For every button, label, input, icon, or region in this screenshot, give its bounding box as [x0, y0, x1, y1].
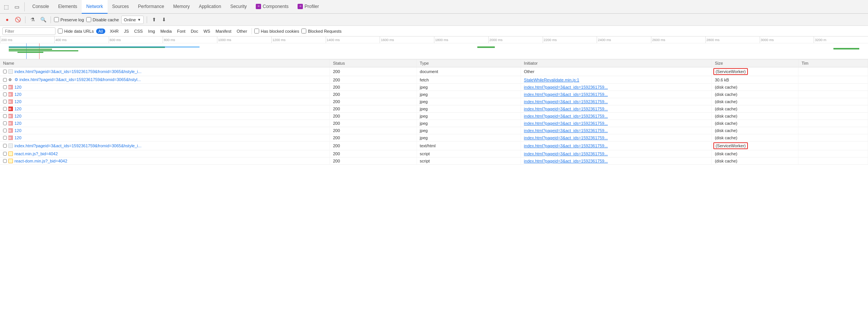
search-icon[interactable]: 🔍: [39, 16, 48, 24]
header-initiator[interactable]: Initiator: [521, 59, 711, 67]
tab-sources[interactable]: Sources: [108, 0, 133, 14]
table-row[interactable]: 🖼120200jpegindex.html?pageid=3&act_ids=1…: [0, 84, 868, 91]
stop-button[interactable]: 🚫: [14, 16, 22, 24]
tab-security[interactable]: Security: [226, 0, 251, 14]
table-row[interactable]: react.min.js?_bid=4042200scriptindex.htm…: [0, 150, 868, 158]
file-name: ⚙ index.html?pageid=3&act_ids=1592361759…: [14, 77, 141, 82]
tab-network[interactable]: Network: [82, 0, 108, 14]
row-checkbox[interactable]: [3, 85, 7, 89]
filter-type-font[interactable]: Font: [175, 29, 188, 34]
table-row[interactable]: index.html?pageid=3&act_ids=1592361759&f…: [0, 67, 868, 76]
blocked-requests-checkbox[interactable]: [301, 29, 306, 33]
initiator-link[interactable]: index.html?pageid=3&act_ids=1592361759..…: [524, 135, 608, 140]
header-type[interactable]: Type: [417, 59, 521, 67]
row-checkbox[interactable]: [3, 107, 7, 111]
table-row[interactable]: 🖼120200jpegindex.html?pageid=3&act_ids=1…: [0, 105, 868, 113]
filter-type-doc[interactable]: Doc: [188, 29, 201, 34]
cell-size: 30.6 kB: [711, 76, 798, 84]
record-button[interactable]: ●: [3, 16, 11, 24]
tab-console[interactable]: Console: [28, 0, 54, 14]
row-checkbox[interactable]: [3, 129, 7, 132]
header-size[interactable]: Size: [711, 59, 798, 67]
initiator-link[interactable]: index.html?pageid=3&act_ids=1592361759..…: [524, 92, 608, 97]
row-checkbox[interactable]: [3, 78, 7, 82]
table-row[interactable]: 🖼120200jpegindex.html?pageid=3&act_ids=1…: [0, 113, 868, 120]
row-checkbox[interactable]: [3, 152, 7, 156]
row-checkbox[interactable]: [3, 100, 7, 104]
initiator-link[interactable]: index.html?pageid=3&act_ids=1592361759..…: [524, 99, 608, 104]
hide-data-urls-label[interactable]: Hide data URLs: [58, 29, 94, 33]
table-row[interactable]: ⚙⚙ index.html?pageid=3&act_ids=159236175…: [0, 76, 868, 84]
table-row[interactable]: index.html?pageid=3&act_ids=1592361759&f…: [0, 142, 868, 150]
header-time[interactable]: Tim: [798, 59, 868, 67]
initiator-link[interactable]: index.html?pageid=3&act_ids=1592361759..…: [524, 159, 608, 163]
initiator-link[interactable]: index.html?pageid=3&act_ids=1592361759..…: [524, 151, 608, 156]
table-row[interactable]: 🖼120200jpegindex.html?pageid=3&act_ids=1…: [0, 91, 868, 98]
device-icon[interactable]: ▭: [12, 2, 21, 11]
initiator-link[interactable]: index.html?pageid=3&act_ids=1592361759..…: [524, 143, 608, 148]
filter-type-other[interactable]: Other: [234, 29, 250, 34]
preserve-log-label[interactable]: Preserve log: [54, 17, 84, 22]
tab-components[interactable]: ⚛Components: [251, 0, 293, 14]
filter-type-ws[interactable]: WS: [201, 29, 212, 34]
row-checkbox[interactable]: [3, 144, 7, 148]
has-blocked-cookies-label[interactable]: Has blocked cookies: [254, 29, 299, 33]
filter-type-media[interactable]: Media: [158, 29, 174, 34]
header-name[interactable]: Name: [0, 59, 330, 67]
tab-label-network: Network: [86, 4, 103, 9]
row-checkbox[interactable]: [3, 92, 7, 96]
row-checkbox[interactable]: [3, 70, 7, 73]
tab-application[interactable]: Application: [194, 0, 226, 14]
filter-type-img[interactable]: Img: [146, 29, 157, 34]
cell-status: 200: [330, 127, 417, 134]
row-checkbox[interactable]: [3, 121, 7, 125]
filter-type-js[interactable]: JS: [122, 29, 131, 34]
cell-name: 🖼120: [0, 134, 330, 142]
table-row[interactable]: 🖼120200jpegindex.html?pageid=3&act_ids=1…: [0, 120, 868, 127]
table-row[interactable]: 🖼120200jpegindex.html?pageid=3&act_ids=1…: [0, 98, 868, 105]
devtools-icons: ⬚ ▭: [2, 2, 25, 11]
tab-memory[interactable]: Memory: [169, 0, 194, 14]
cell-status: 200: [330, 105, 417, 113]
timeline-marker-blue: [26, 43, 27, 59]
cell-name: ⚙⚙ index.html?pageid=3&act_ids=159236175…: [0, 76, 330, 84]
filter-all[interactable]: All: [96, 29, 105, 34]
table-row[interactable]: react-dom.min.js?_bid=4042200scriptindex…: [0, 158, 868, 165]
table-body: index.html?pageid=3&act_ids=1592361759&f…: [0, 67, 868, 165]
filter-type-xhr[interactable]: XHR: [108, 29, 121, 34]
filter-type-manifest[interactable]: Manifest: [213, 29, 234, 34]
disable-cache-checkbox[interactable]: [86, 17, 91, 22]
filter-type-css[interactable]: CSS: [132, 29, 145, 34]
row-checkbox[interactable]: [3, 114, 7, 118]
initiator-link[interactable]: index.html?pageid=3&act_ids=1592361759..…: [524, 128, 608, 133]
cell-initiator: index.html?pageid=3&act_ids=1592361759..…: [521, 113, 711, 120]
preserve-log-checkbox[interactable]: [54, 17, 59, 22]
initiator-link[interactable]: index.html?pageid=3&act_ids=1592361759..…: [524, 114, 608, 118]
cell-time: [798, 150, 868, 158]
filter-input[interactable]: [2, 27, 55, 35]
initiator-link[interactable]: index.html?pageid=3&act_ids=1592361759..…: [524, 107, 608, 111]
has-blocked-cookies-checkbox[interactable]: [254, 29, 259, 33]
row-checkbox[interactable]: [3, 136, 7, 140]
initiator-link[interactable]: index.html?pageid=3&act_ids=1592361759..…: [524, 121, 608, 126]
filter-icon[interactable]: ⚗: [29, 16, 37, 24]
table-row[interactable]: 🖼120200jpegindex.html?pageid=3&act_ids=1…: [0, 127, 868, 134]
table-row[interactable]: 🖼120200jpegindex.html?pageid=3&act_ids=1…: [0, 134, 868, 142]
tab-elements[interactable]: Elements: [54, 0, 82, 14]
tab-performance[interactable]: Performance: [133, 0, 169, 14]
inspect-icon[interactable]: ⬚: [2, 2, 11, 11]
cell-name: index.html?pageid=3&act_ids=1592361759&f…: [0, 67, 330, 76]
disable-cache-label[interactable]: Disable cache: [86, 17, 119, 22]
upload-button[interactable]: ⬆: [150, 16, 158, 24]
initiator-link[interactable]: index.html?pageid=3&act_ids=1592361759..…: [524, 85, 608, 89]
throttle-select[interactable]: Online ▼: [121, 16, 144, 24]
file-type-icon: 🖼: [8, 92, 13, 97]
row-checkbox[interactable]: [3, 159, 7, 163]
cell-type: jpeg: [417, 120, 521, 127]
header-status[interactable]: Status: [330, 59, 417, 67]
tab-profiler[interactable]: ⚛Profiler: [293, 0, 323, 14]
download-button[interactable]: ⬇: [160, 16, 168, 24]
hide-data-urls-checkbox[interactable]: [58, 29, 63, 33]
blocked-requests-label[interactable]: Blocked Requests: [301, 29, 342, 33]
initiator-link[interactable]: StaleWhileRevalidate.min.js:1: [524, 78, 580, 82]
